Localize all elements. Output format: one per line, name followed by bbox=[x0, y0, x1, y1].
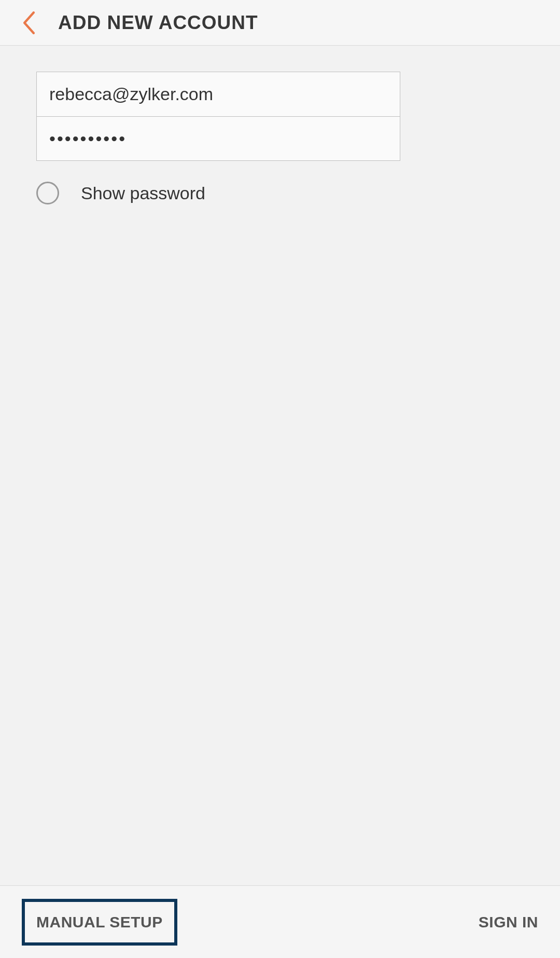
manual-setup-button[interactable]: MANUAL SETUP bbox=[22, 899, 177, 946]
show-password-label: Show password bbox=[81, 183, 205, 203]
header-bar: ADD NEW ACCOUNT bbox=[0, 0, 560, 46]
password-field[interactable] bbox=[37, 116, 400, 160]
add-account-screen: ADD NEW ACCOUNT Show password MANUAL SET… bbox=[0, 0, 560, 958]
credentials-group bbox=[36, 72, 400, 161]
show-password-row[interactable]: Show password bbox=[36, 182, 524, 204]
email-field[interactable] bbox=[37, 72, 400, 116]
sign-in-button[interactable]: SIGN IN bbox=[479, 913, 538, 931]
footer-bar: MANUAL SETUP SIGN IN bbox=[0, 885, 560, 958]
show-password-radio[interactable] bbox=[36, 182, 59, 204]
form-content: Show password bbox=[0, 46, 560, 885]
page-title: ADD NEW ACCOUNT bbox=[58, 12, 258, 34]
back-icon[interactable] bbox=[22, 11, 36, 34]
